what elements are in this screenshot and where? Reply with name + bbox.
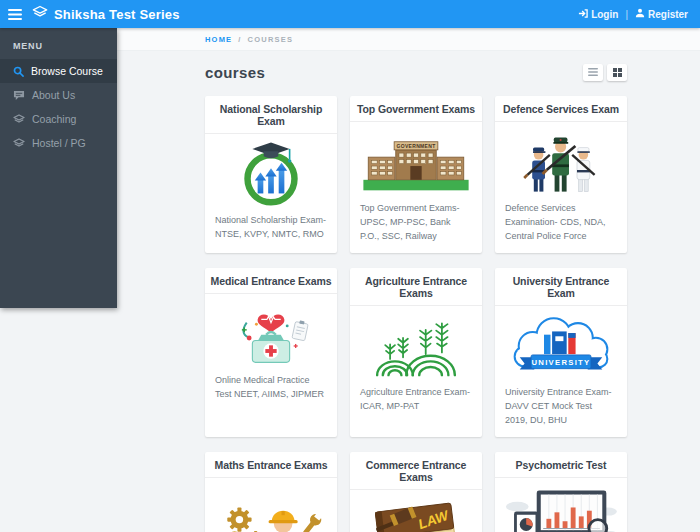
sidebar-item-coaching[interactable]: Coaching bbox=[0, 107, 117, 131]
hamburger-icon[interactable] bbox=[0, 0, 30, 28]
engineer-gears-icon bbox=[205, 478, 337, 532]
breadcrumb-home-link[interactable]: HOME bbox=[205, 35, 232, 44]
soldiers-icon bbox=[495, 122, 627, 198]
sidebar: MENU Browse Course About Us Coaching bbox=[0, 28, 117, 308]
sidebar-item-browse-course[interactable]: Browse Course bbox=[0, 59, 117, 83]
app-title: Shiksha Test Series bbox=[54, 7, 180, 22]
layers-logo-icon bbox=[32, 5, 48, 24]
course-card-top-government[interactable]: Top Government Exams bbox=[350, 96, 482, 253]
analytics-monitor-icon bbox=[495, 478, 627, 532]
sidebar-item-hostel-pg[interactable]: Hostel / PG bbox=[0, 131, 117, 155]
auth-separator: | bbox=[625, 9, 628, 20]
layers-icon bbox=[13, 114, 25, 125]
university-cloud-icon: UNIVERSITY bbox=[495, 306, 627, 382]
course-card-psychometric[interactable]: Psychometric Test bbox=[495, 452, 627, 532]
app-header: Shiksha Test Series Login | Register bbox=[0, 0, 700, 28]
course-card-medical[interactable]: Medical Entrance Exams bbox=[205, 268, 337, 437]
login-link[interactable]: Login bbox=[578, 9, 618, 20]
sidebar-item-about-us[interactable]: About Us bbox=[0, 83, 117, 107]
course-card-national-scholarship[interactable]: National Scholarship Exam bbox=[205, 96, 337, 253]
page-title: courses bbox=[205, 64, 265, 81]
login-arrow-icon bbox=[578, 9, 588, 20]
brand[interactable]: Shiksha Test Series bbox=[32, 5, 180, 24]
government-building-icon: GOVERNMENT bbox=[350, 122, 482, 198]
medical-kit-icon bbox=[205, 294, 337, 370]
sidebar-menu-label: MENU bbox=[0, 28, 117, 59]
main-area: HOME / COURSES courses National Scholars… bbox=[117, 28, 700, 532]
course-card-defence[interactable]: Defence Services Exam bbox=[495, 96, 627, 253]
law-book-icon: LAW bbox=[350, 490, 482, 532]
course-card-agriculture[interactable]: Agriculture Entrance Exams bbox=[350, 268, 482, 437]
register-link[interactable]: Register bbox=[635, 8, 688, 20]
breadcrumb: HOME / COURSES bbox=[117, 28, 700, 51]
course-card-commerce[interactable]: Commerce Entrance Exams LAW bbox=[350, 452, 482, 532]
university-banner-text: UNIVERSITY bbox=[531, 358, 590, 367]
layers-icon bbox=[13, 138, 25, 149]
scholarship-growth-icon bbox=[205, 134, 337, 210]
breadcrumb-current: COURSES bbox=[248, 35, 294, 44]
list-view-icon[interactable] bbox=[583, 64, 603, 81]
search-icon bbox=[13, 66, 24, 77]
chat-icon bbox=[13, 90, 25, 101]
course-grid: National Scholarship Exam bbox=[205, 96, 627, 532]
grid-view-icon[interactable] bbox=[607, 64, 627, 81]
course-card-maths[interactable]: Maths Entrance Exams bbox=[205, 452, 337, 532]
government-banner-text: GOVERNMENT bbox=[396, 143, 435, 149]
register-person-icon bbox=[635, 8, 645, 20]
course-card-university[interactable]: University Entrance Exam bbox=[495, 268, 627, 437]
farm-field-icon bbox=[350, 306, 482, 382]
